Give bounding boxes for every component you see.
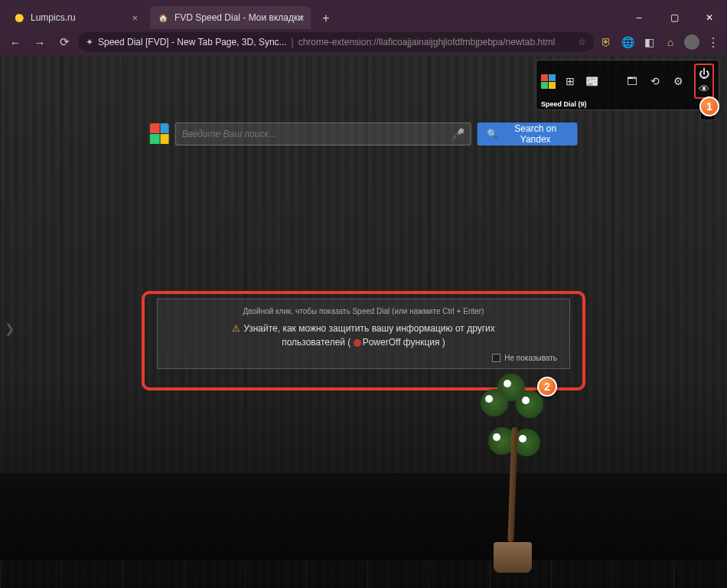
shield-extension-icon[interactable]: ⛨	[597, 33, 615, 51]
power-dot-icon	[354, 339, 361, 347]
close-tab-icon[interactable]: ×	[132, 12, 138, 24]
eye-icon[interactable]: 👁	[697, 82, 711, 96]
extension-icon: ✦	[86, 37, 93, 47]
globe-extension-icon[interactable]: 🌐	[618, 33, 637, 51]
close-tab-icon[interactable]: ×	[298, 12, 305, 24]
tab-favicon-icon: 🏠	[158, 12, 168, 23]
bookmark-star-icon[interactable]: ☆	[578, 37, 586, 47]
widgets-icon[interactable]: 🗔	[625, 74, 639, 88]
omnibox[interactable]: ✦ Speed Dial [FVD] - New Tab Page, 3D, S…	[78, 32, 594, 52]
dont-show-checkbox-row[interactable]: Не показывать	[170, 354, 557, 362]
back-button[interactable]: ←	[5, 31, 26, 53]
search-yandex-button[interactable]: 🔍 Search on Yandex	[478, 122, 577, 145]
decorative-plant	[467, 374, 559, 573]
newspaper-icon[interactable]: 📰	[585, 74, 598, 88]
search-yandex-label: Search on Yandex	[503, 123, 568, 145]
page-title: Speed Dial [FVD] - New Tab Page, 3D, Syn…	[98, 37, 287, 47]
mic-icon[interactable]: 🎤	[452, 128, 465, 140]
page-viewport: ⊞ 📰 🗔 ⟲ ⚙ ⏻ 👁 Speed Dial (9) ︿ 1 🎤 🔍	[0, 55, 727, 588]
profile-avatar[interactable]	[683, 33, 701, 51]
maximize-button[interactable]: ▢	[657, 6, 692, 29]
sync-icon[interactable]: ⟲	[648, 74, 662, 88]
browser-tab[interactable]: 🟡 Lumpics.ru ×	[6, 6, 144, 29]
search-input[interactable]	[182, 129, 447, 139]
window-titlebar: 🟡 Lumpics.ru × 🏠 FVD Speed Dial - Мои вк…	[0, 0, 727, 29]
forward-button[interactable]: →	[29, 31, 51, 53]
address-bar: ← → ⟳ ✦ Speed Dial [FVD] - New Tab Page,…	[0, 29, 727, 55]
checkbox-icon[interactable]	[492, 354, 500, 362]
cube-extension-icon[interactable]: ◧	[640, 33, 658, 51]
close-window-button[interactable]: ✕	[692, 6, 727, 29]
reload-button[interactable]: ⟳	[54, 31, 75, 53]
info-message: ⚠Узнайте, как можно защитить вашу информ…	[170, 322, 557, 349]
search-icon: 🔍	[487, 129, 498, 139]
poweroff-info-panel[interactable]: Двойной клик, чтобы показать Speed Dial …	[157, 299, 570, 369]
tab-title: Lumpics.ru	[31, 12, 76, 23]
window-controls: – ▢ ✕	[621, 6, 727, 29]
plus-icon[interactable]: ⊞	[563, 74, 577, 88]
gear-icon[interactable]: ⚙	[671, 74, 685, 88]
url-text: chrome-extension://llaficoajjainaijghjlo…	[298, 37, 556, 47]
speeddial-logo-icon	[150, 123, 169, 145]
warning-triangle-icon: ⚠	[232, 323, 240, 334]
browser-tab-active[interactable]: 🏠 FVD Speed Dial - Мои вкладки ×	[150, 6, 311, 29]
tab-favicon-icon: 🟡	[14, 12, 24, 23]
power-eye-group: ⏻ 👁	[694, 64, 714, 99]
hint-text: Двойной клик, чтобы показать Speed Dial …	[170, 307, 557, 315]
speeddial-count-label: Speed Dial (9)	[541, 100, 714, 108]
browser-menu-button[interactable]: ⋮	[704, 33, 722, 51]
house-extension-icon[interactable]: ⌂	[661, 33, 680, 51]
search-box[interactable]: 🎤	[175, 122, 471, 145]
tab-title: FVD Speed Dial - Мои вкладки	[174, 12, 303, 23]
dont-show-label: Не показывать	[504, 354, 557, 362]
power-icon[interactable]: ⏻	[697, 67, 711, 80]
speeddial-toolbar: ⊞ 📰 🗔 ⟲ ⚙ ⏻ 👁 Speed Dial (9) ︿	[536, 60, 719, 110]
speeddial-logo-icon[interactable]	[541, 74, 556, 89]
new-tab-button[interactable]: +	[315, 8, 337, 29]
separator-icon: |	[292, 37, 294, 47]
minimize-button[interactable]: –	[621, 6, 657, 29]
expand-sidebar-caret-icon[interactable]: ❯	[5, 322, 15, 336]
background-floor	[0, 473, 727, 560]
annotation-callout-1: 1	[699, 96, 719, 116]
search-area: 🎤 🔍 Search on Yandex	[150, 122, 578, 145]
